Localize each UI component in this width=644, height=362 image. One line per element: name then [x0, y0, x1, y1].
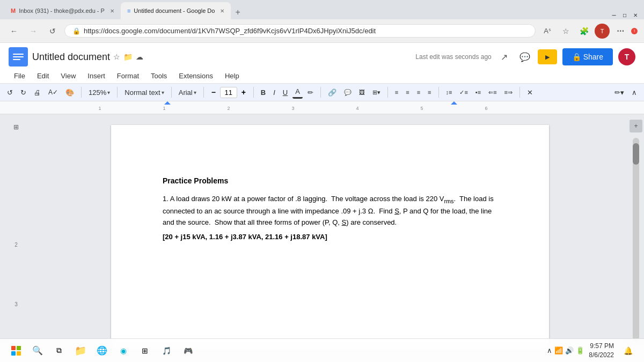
spellcheck-button[interactable]: A✓ [46, 87, 61, 98]
meet-label: ▶ [545, 54, 550, 61]
volume-icon[interactable]: 🔊 [565, 346, 574, 354]
extensions-icon[interactable]: 🧩 [576, 24, 591, 39]
italic-button[interactable]: I [270, 87, 278, 98]
taskbar-media-button[interactable]: 🎵 [157, 341, 176, 360]
meet-icon[interactable]: ▶ [538, 49, 557, 64]
taskbar-edge-button[interactable]: 🌐 [92, 341, 112, 360]
minimize-button[interactable]: ─ [610, 11, 618, 19]
zoom-in-button[interactable]: + [630, 120, 642, 132]
menu-file[interactable]: File [9, 70, 31, 82]
align-right-button[interactable]: ≡ [414, 87, 423, 97]
gmail-tab-label: Inbox (931) - thoke@pdx.edu - P [19, 8, 105, 14]
undo-button[interactable]: ↺ [4, 87, 16, 98]
reload-button[interactable]: ↺ [45, 24, 60, 39]
search-button[interactable]: 🔍 [28, 341, 47, 360]
link-button[interactable]: 🔗 [325, 87, 339, 98]
profile-icon[interactable]: T [595, 24, 610, 39]
line-spacing-button[interactable]: ↕≡ [443, 87, 455, 97]
wifi-icon[interactable]: 📶 [554, 346, 563, 354]
align-center-button[interactable]: ≡ [403, 87, 412, 97]
start-sq-1 [11, 346, 16, 350]
gmail-tab-icon: M [11, 8, 16, 14]
menu-edit[interactable]: Edit [32, 70, 54, 82]
gdocs-tab-close[interactable]: ✕ [220, 8, 224, 14]
bookmark-icon[interactable]: ☆ [558, 24, 573, 39]
menu-format[interactable]: Format [112, 70, 144, 82]
taskbar-files-button[interactable]: 📁 [71, 341, 90, 360]
indent-less-button[interactable]: ⇐≡ [486, 87, 499, 98]
taskbar-clock[interactable]: 9:57 PM 8/6/2022 [589, 342, 614, 360]
scrollbar-thumb[interactable] [633, 143, 639, 165]
style-dropdown[interactable]: Normal text ▾ [122, 87, 166, 98]
print-button[interactable]: 🖨 [31, 87, 43, 98]
taskbar-apps-button[interactable]: ◉ [114, 341, 133, 360]
gdocs-tab-label: Untitled document - Google Do [134, 8, 215, 14]
menu-extensions[interactable]: Extensions [173, 70, 218, 82]
font-size-display[interactable]: 11 [220, 87, 237, 98]
page-3-mark: 3 [14, 301, 18, 307]
table-dropdown[interactable]: ⊞▾ [370, 87, 383, 98]
notification-center[interactable]: 🔔 [618, 341, 638, 360]
more-options-icon[interactable]: ⋯ [613, 24, 628, 39]
share-button[interactable]: 🔒 Share [562, 48, 613, 65]
align-left-button[interactable]: ≡ [392, 87, 401, 97]
address-box[interactable]: 🔒 https://docs.google.com/document/d/1KV… [64, 24, 536, 38]
docs-title[interactable]: Untitled document [32, 51, 110, 63]
comment-icon[interactable]: 💬 [517, 49, 532, 64]
start-button[interactable] [6, 341, 26, 360]
bold-button[interactable]: B [258, 87, 268, 98]
text-color-button[interactable]: A [292, 86, 303, 99]
back-button[interactable]: ← [6, 24, 21, 39]
tab-gmail[interactable]: M Inbox (931) - thoke@pdx.edu - P ✕ [4, 2, 121, 19]
trend-icon[interactable]: ↗ [497, 49, 512, 64]
toolbar-collapse-button[interactable]: ∧ [629, 87, 640, 98]
user-avatar[interactable]: T [618, 48, 635, 65]
taskbar-game-button[interactable]: 🎮 [178, 341, 197, 360]
bullet-list-button[interactable]: •≡ [473, 87, 484, 97]
toolbar-right: ✏▾ ∧ [612, 87, 640, 98]
align-justify-button[interactable]: ≡ [425, 87, 434, 97]
task-view-button[interactable]: ⧉ [49, 341, 69, 360]
lock-icon: 🔒 [72, 27, 80, 35]
tab-gdocs[interactable]: ≡ Untitled document - Google Do ✕ [121, 2, 231, 19]
sidebar-table-icon[interactable]: ⊞ [9, 120, 24, 135]
svg-marker-9 [451, 101, 457, 105]
gmail-tab-close[interactable]: ✕ [110, 8, 114, 14]
redo-button[interactable]: ↻ [18, 87, 29, 98]
document-area[interactable]: Practice Problems 1. A load draws 20 kW … [32, 114, 628, 344]
highlight-button[interactable]: ✏ [305, 87, 316, 98]
comment-button[interactable]: 💬 [341, 87, 354, 98]
close-button[interactable]: ✕ [631, 11, 640, 19]
last-edit-text[interactable]: Last edit was seconds ago [415, 53, 491, 61]
font-dropdown[interactable]: Arial ▾ [176, 87, 199, 98]
menu-view[interactable]: View [55, 70, 81, 82]
paint-format-button[interactable]: 🎨 [63, 87, 77, 98]
zoom-dropdown[interactable]: 125% ▾ [86, 87, 113, 98]
page-2-mark: 2 [14, 242, 18, 248]
clear-format-button[interactable]: ✕ [524, 87, 536, 98]
docs-title-icons: ☆ 📁 ☁ [113, 53, 143, 61]
menu-help[interactable]: Help [219, 70, 245, 82]
new-tab-button[interactable]: + [231, 5, 244, 19]
font-size-increase[interactable]: + [238, 86, 249, 99]
font-size-decrease[interactable]: − [208, 86, 219, 99]
cloud-icon[interactable]: ☁ [136, 53, 143, 61]
battery-icon[interactable]: 🔋 [576, 346, 584, 354]
image-button[interactable]: 🖼 [356, 87, 368, 97]
scrollbar-track[interactable] [633, 138, 639, 342]
move-icon[interactable]: 📁 [123, 53, 133, 61]
restore-button[interactable]: □ [620, 11, 629, 19]
menu-tools[interactable]: Tools [145, 70, 172, 82]
taskbar-grid-button[interactable]: ⊞ [135, 341, 155, 360]
reading-mode-icon[interactable]: Aˢ [540, 24, 555, 39]
checklist-button[interactable]: ✓≡ [457, 87, 470, 98]
forward-button[interactable]: → [26, 24, 41, 39]
edit-mode-button[interactable]: ✏▾ [612, 87, 627, 98]
menu-insert[interactable]: Insert [82, 70, 111, 82]
tray-chevron[interactable]: ∧ [547, 346, 552, 354]
indent-more-button[interactable]: ≡⇒ [502, 87, 515, 98]
star-icon[interactable]: ☆ [113, 53, 120, 61]
logo-line-3 [13, 59, 20, 60]
style-arrow: ▾ [162, 90, 164, 95]
underline-button[interactable]: U [280, 87, 290, 98]
